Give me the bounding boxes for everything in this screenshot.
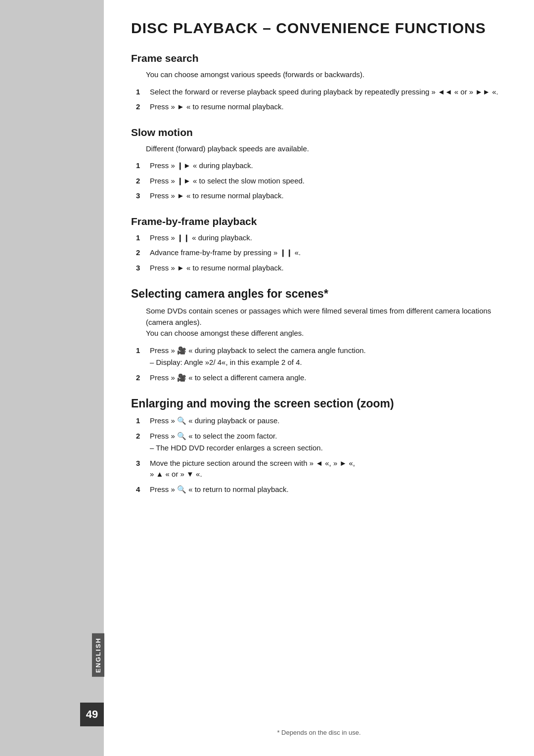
step-number: 1	[136, 160, 150, 172]
step: 1 Select the forward or reverse playback…	[136, 87, 507, 98]
step-text: Press » 🔍 « to return to normal playback…	[150, 484, 507, 495]
main-content: DISC PLAYBACK – CONVENIENCE FUNCTIONS Fr…	[104, 0, 534, 756]
step-main-text: Press » 🎥 « during playback to select th…	[150, 346, 366, 355]
step-number: 3	[136, 263, 150, 274]
step: 2 Press » 🔍 « to select the zoom factor.…	[136, 431, 507, 454]
step: 3 Press » ► « to resume normal playback.	[136, 263, 507, 274]
step-sub-text: – The HDD DVD recorder enlarges a screen…	[150, 443, 507, 454]
step-number: 1	[136, 87, 150, 98]
step-text: Press » ► « to resume normal playback.	[150, 263, 507, 274]
step: 1 Press » 🎥 « during playback to select …	[136, 345, 507, 368]
step-text: Press » 🎥 « to select a different camera…	[150, 372, 507, 384]
step-text: Select the forward or reverse playback s…	[150, 87, 507, 98]
section-zoom: Enlarging and moving the screen section …	[131, 397, 507, 495]
language-tab: ENGLISH	[92, 633, 104, 677]
section-title-frame-search: Frame search	[131, 52, 507, 64]
page-title: DISC PLAYBACK – CONVENIENCE FUNCTIONS	[131, 20, 507, 37]
step-number: 2	[136, 372, 150, 384]
step-text: Press » ► « to resume normal playback.	[150, 190, 507, 202]
section-camera-angles: Selecting camera angles for scenes* Some…	[131, 287, 507, 383]
step-number: 1	[136, 232, 150, 244]
camera-angles-intro: Some DVDs contain scenes or passages whi…	[146, 306, 507, 339]
step-text: Move the picture section around the scre…	[150, 458, 507, 480]
step-text: Press » ❙❙ « during playback.	[150, 232, 507, 244]
step-text: Press » 🔍 « to select the zoom factor. –…	[150, 431, 507, 454]
section-title-frame-by-frame: Frame-by-frame playback	[131, 216, 507, 227]
footnote: * Depends on the disc in use.	[104, 729, 534, 736]
section-title-camera-angles: Selecting camera angles for scenes*	[131, 287, 507, 301]
step-text: Press » 🎥 « during playback to select th…	[150, 345, 507, 368]
step: 1 Press » 🔍 « during playback or pause.	[136, 415, 507, 427]
sidebar: ENGLISH 49	[0, 0, 104, 756]
step: 3 Press » ► « to resume normal playback.	[136, 190, 507, 202]
section-title-zoom: Enlarging and moving the screen section …	[131, 397, 507, 410]
step: 1 Press » ❙❙ « during playback.	[136, 232, 507, 244]
step-main-text: Press » 🔍 « to select the zoom factor.	[150, 432, 277, 440]
section-slow-motion: Slow motion Different (forward) playback…	[131, 127, 507, 202]
step-number: 4	[136, 484, 150, 495]
frame-by-frame-steps: 1 Press » ❙❙ « during playback. 2 Advanc…	[136, 232, 507, 274]
section-frame-search: Frame search You can choose amongst vari…	[131, 52, 507, 113]
slow-motion-intro: Different (forward) playback speeds are …	[146, 143, 507, 155]
step-text: Press » 🔍 « during playback or pause.	[150, 415, 507, 427]
step: 3 Move the picture section around the sc…	[136, 458, 507, 480]
section-title-slow-motion: Slow motion	[131, 127, 507, 138]
step-number: 2	[136, 176, 150, 187]
section-frame-by-frame: Frame-by-frame playback 1 Press » ❙❙ « d…	[131, 216, 507, 274]
step-number: 3	[136, 458, 150, 469]
step-text: Advance frame-by-frame by pressing » ❙❙ …	[150, 247, 507, 259]
step-number: 1	[136, 345, 150, 356]
step: 2 Press » ► « to resume normal playback.	[136, 101, 507, 113]
step-text: Press » ❙► « during playback.	[150, 160, 507, 172]
frame-search-intro: You can choose amongst various speeds (f…	[146, 69, 507, 81]
step-number: 2	[136, 431, 150, 442]
step: 2 Press » ❙► « to select the slow motion…	[136, 176, 507, 187]
step-text: Press » ► « to resume normal playback.	[150, 101, 507, 113]
step-number: 2	[136, 101, 150, 113]
step: 1 Press » ❙► « during playback.	[136, 160, 507, 172]
step-sub-text: – Display: Angle »2/ 4«, in this example…	[150, 357, 507, 368]
step-number: 1	[136, 415, 150, 427]
step-text: Press » ❙► « to select the slow motion s…	[150, 176, 507, 187]
camera-angles-steps: 1 Press » 🎥 « during playback to select …	[136, 345, 507, 384]
step: 4 Press » 🔍 « to return to normal playba…	[136, 484, 507, 495]
step: 2 Press » 🎥 « to select a different came…	[136, 372, 507, 384]
step-number: 2	[136, 247, 150, 259]
zoom-steps: 1 Press » 🔍 « during playback or pause. …	[136, 415, 507, 495]
step-number: 3	[136, 190, 150, 202]
frame-search-steps: 1 Select the forward or reverse playback…	[136, 87, 507, 113]
slow-motion-steps: 1 Press » ❙► « during playback. 2 Press …	[136, 160, 507, 202]
page-number: 49	[80, 703, 104, 726]
step: 2 Advance frame-by-frame by pressing » ❙…	[136, 247, 507, 259]
